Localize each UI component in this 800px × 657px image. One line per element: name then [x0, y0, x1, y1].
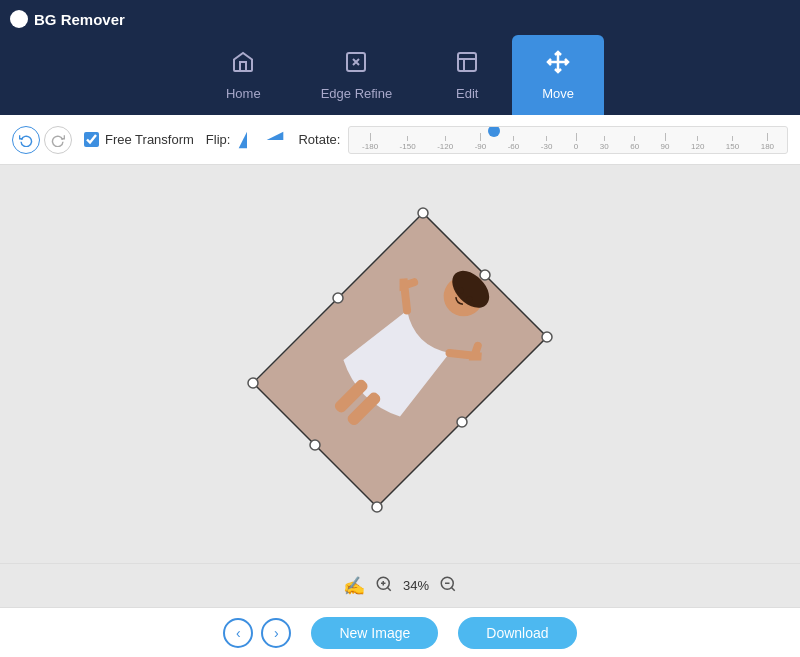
flip-horizontal-button[interactable] — [236, 129, 258, 151]
tab-edit[interactable]: Edit — [422, 35, 512, 115]
undo-redo-group — [12, 126, 72, 154]
footer-nav: ‹ › — [223, 618, 291, 648]
free-transform-label: Free Transform — [105, 132, 194, 147]
canvas-svg — [0, 165, 800, 563]
app-icon — [10, 10, 28, 28]
ruler-tick-90: 90 — [661, 133, 670, 151]
redo-button[interactable] — [44, 126, 72, 154]
svg-marker-5 — [267, 131, 284, 139]
home-icon — [231, 50, 255, 80]
tab-edge-refine[interactable]: Edge Refine — [291, 35, 423, 115]
handle-left — [248, 378, 258, 388]
svg-marker-4 — [239, 131, 247, 148]
svg-point-10 — [465, 295, 473, 303]
svg-point-9 — [457, 286, 465, 294]
hand-tool-icon[interactable]: ✍ — [343, 575, 365, 597]
flip-label: Flip: — [206, 132, 231, 147]
zoom-level-text: 34% — [403, 578, 429, 593]
ruler-tick-0: 0 — [574, 133, 578, 151]
tab-edit-label: Edit — [456, 86, 478, 101]
handle-bottom-right-mid — [457, 417, 467, 427]
next-button[interactable]: › — [261, 618, 291, 648]
free-transform-checkbox[interactable] — [84, 132, 99, 147]
svg-marker-13 — [253, 213, 547, 507]
download-button[interactable]: Download — [458, 617, 576, 649]
zoom-out-icon[interactable] — [439, 575, 457, 597]
ruler-tick-neg180: -180 — [362, 133, 378, 151]
ruler-tick-neg30: -30 — [541, 136, 553, 151]
ruler-tick-120: 120 — [691, 136, 704, 151]
ruler-tick-30: 30 — [600, 136, 609, 151]
app-header: BG Remover Home Edge Refine — [0, 0, 800, 115]
canvas-area — [0, 165, 800, 563]
undo-button[interactable] — [12, 126, 40, 154]
svg-rect-11 — [333, 378, 370, 415]
app-title: BG Remover — [10, 10, 125, 28]
free-transform-checkbox-label[interactable]: Free Transform — [84, 132, 194, 147]
handle-bottom — [372, 502, 382, 512]
ruler-tick-60: 60 — [630, 136, 639, 151]
ruler-tick-180: 180 — [761, 133, 774, 151]
tab-move-label: Move — [542, 86, 574, 101]
ruler-tick-neg90: -90 — [475, 133, 487, 151]
handle-top-right-mid — [480, 270, 490, 280]
rotate-section: Rotate: -180 -150 -120 -90 -60 -30 0 30 … — [298, 126, 788, 154]
tab-home[interactable]: Home — [196, 35, 291, 115]
zoom-in-icon[interactable] — [375, 575, 393, 597]
svg-point-7 — [435, 268, 492, 325]
tab-home-label: Home — [226, 86, 261, 101]
svg-line-15 — [387, 587, 390, 590]
toolbar: Free Transform Flip: Rotate: -180 -150 -… — [0, 115, 800, 165]
nav-tabs: Home Edge Refine Edit — [10, 0, 790, 115]
app-title-text: BG Remover — [34, 11, 125, 28]
handle-top — [418, 208, 428, 218]
flip-section: Flip: — [206, 129, 287, 151]
prev-button[interactable]: ‹ — [223, 618, 253, 648]
tab-move[interactable]: Move — [512, 35, 604, 115]
ruler-tick-neg120: -120 — [437, 136, 453, 151]
edit-icon — [455, 50, 479, 80]
edge-refine-icon — [344, 50, 368, 80]
svg-point-8 — [445, 264, 496, 315]
svg-rect-1 — [458, 53, 476, 71]
svg-rect-12 — [346, 390, 383, 427]
handle-top-left-mid — [333, 293, 343, 303]
zoom-bar: ✍ 34% — [0, 563, 800, 607]
rotate-ruler[interactable]: -180 -150 -120 -90 -60 -30 0 30 60 90 12… — [348, 126, 788, 154]
handle-bottom-left-mid — [310, 440, 320, 450]
move-icon — [546, 50, 570, 80]
tab-edge-refine-label: Edge Refine — [321, 86, 393, 101]
ruler-tick-neg150: -150 — [400, 136, 416, 151]
ruler-tick-neg60: -60 — [508, 136, 520, 151]
svg-line-19 — [452, 587, 455, 590]
new-image-button[interactable]: New Image — [311, 617, 438, 649]
handle-right — [542, 332, 552, 342]
svg-rect-6 — [254, 214, 547, 507]
flip-vertical-button[interactable] — [264, 129, 286, 151]
footer: ‹ › New Image Download — [0, 607, 800, 657]
rotate-label: Rotate: — [298, 132, 340, 147]
ruler-tick-150: 150 — [726, 136, 739, 151]
